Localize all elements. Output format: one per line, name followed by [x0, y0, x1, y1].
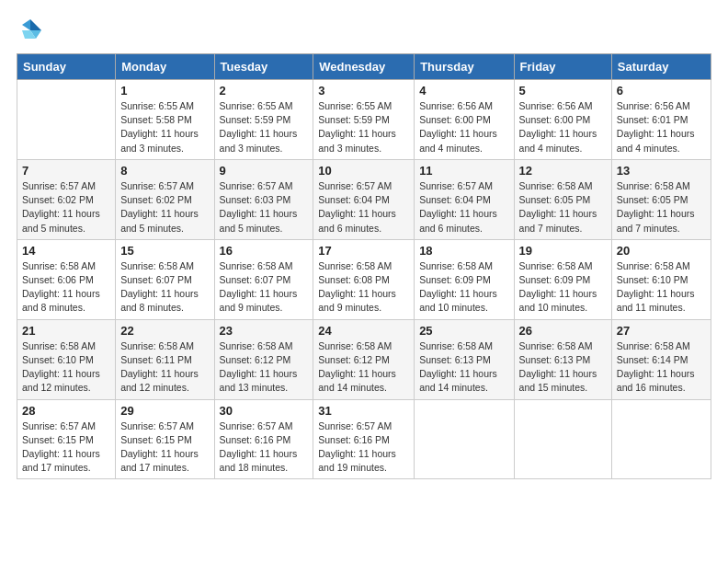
- weekday-wednesday: Wednesday: [313, 54, 415, 80]
- day-info: Sunrise: 6:58 AMSunset: 6:09 PMDaylight:…: [519, 259, 607, 316]
- week-row-0: 1Sunrise: 6:55 AMSunset: 5:58 PMDaylight…: [17, 80, 711, 160]
- day-info: Sunrise: 6:58 AMSunset: 6:12 PMDaylight:…: [220, 339, 309, 396]
- day-cell: [611, 399, 711, 479]
- day-info: Sunrise: 6:55 AMSunset: 5:59 PMDaylight:…: [318, 99, 409, 155]
- day-number: 11: [419, 164, 508, 178]
- weekday-monday: Monday: [116, 54, 214, 80]
- day-cell: 4Sunrise: 6:56 AMSunset: 6:00 PMDaylight…: [415, 80, 514, 160]
- day-number: 7: [22, 164, 110, 178]
- day-number: 31: [318, 404, 409, 418]
- day-cell: 5Sunrise: 6:56 AMSunset: 6:00 PMDaylight…: [514, 80, 611, 160]
- day-info: Sunrise: 6:58 AMSunset: 6:08 PMDaylight:…: [318, 259, 409, 316]
- day-cell: 16Sunrise: 6:58 AMSunset: 6:07 PMDayligh…: [214, 239, 313, 319]
- week-row-1: 7Sunrise: 6:57 AMSunset: 6:02 PMDaylight…: [17, 159, 711, 239]
- day-number: 2: [220, 84, 309, 98]
- day-number: 28: [22, 404, 110, 418]
- day-info: Sunrise: 6:58 AMSunset: 6:05 PMDaylight:…: [617, 179, 706, 236]
- day-number: 8: [120, 164, 209, 178]
- day-number: 10: [318, 164, 409, 178]
- day-info: Sunrise: 6:58 AMSunset: 6:13 PMDaylight:…: [519, 339, 607, 396]
- day-number: 26: [519, 324, 607, 338]
- day-number: 13: [617, 164, 706, 178]
- calendar-table: SundayMondayTuesdayWednesdayThursdayFrid…: [17, 53, 711, 479]
- day-info: Sunrise: 6:55 AMSunset: 5:58 PMDaylight:…: [120, 99, 209, 155]
- day-cell: 10Sunrise: 6:57 AMSunset: 6:04 PMDayligh…: [313, 159, 415, 239]
- day-number: 20: [617, 244, 706, 258]
- day-info: Sunrise: 6:56 AMSunset: 6:01 PMDaylight:…: [617, 99, 706, 155]
- day-number: 23: [220, 324, 309, 338]
- day-cell: 1Sunrise: 6:55 AMSunset: 5:58 PMDaylight…: [116, 80, 214, 160]
- day-info: Sunrise: 6:58 AMSunset: 6:14 PMDaylight:…: [617, 339, 706, 396]
- day-info: Sunrise: 6:57 AMSunset: 6:15 PMDaylight:…: [22, 419, 110, 476]
- day-number: 25: [419, 324, 508, 338]
- day-info: Sunrise: 6:58 AMSunset: 6:10 PMDaylight:…: [617, 259, 706, 316]
- day-number: 12: [519, 164, 607, 178]
- day-info: Sunrise: 6:58 AMSunset: 6:06 PMDaylight:…: [22, 259, 110, 316]
- week-row-3: 21Sunrise: 6:58 AMSunset: 6:10 PMDayligh…: [17, 319, 711, 399]
- weekday-tuesday: Tuesday: [214, 54, 313, 80]
- day-info: Sunrise: 6:58 AMSunset: 6:05 PMDaylight:…: [519, 179, 607, 236]
- logo: [17, 17, 46, 44]
- day-cell: 26Sunrise: 6:58 AMSunset: 6:13 PMDayligh…: [514, 319, 611, 399]
- day-number: 27: [617, 324, 706, 338]
- day-info: Sunrise: 6:57 AMSunset: 6:04 PMDaylight:…: [318, 179, 409, 236]
- day-info: Sunrise: 6:57 AMSunset: 6:16 PMDaylight:…: [220, 419, 309, 476]
- day-number: 1: [120, 84, 209, 98]
- svg-marker-1: [22, 19, 30, 30]
- page: SundayMondayTuesdayWednesdayThursdayFrid…: [0, 0, 728, 563]
- day-cell: 27Sunrise: 6:58 AMSunset: 6:14 PMDayligh…: [611, 319, 711, 399]
- day-info: Sunrise: 6:58 AMSunset: 6:13 PMDaylight:…: [419, 339, 508, 396]
- day-info: Sunrise: 6:57 AMSunset: 6:15 PMDaylight:…: [120, 419, 209, 476]
- day-info: Sunrise: 6:57 AMSunset: 6:02 PMDaylight:…: [22, 179, 110, 236]
- weekday-saturday: Saturday: [611, 54, 711, 80]
- week-row-2: 14Sunrise: 6:58 AMSunset: 6:06 PMDayligh…: [17, 239, 711, 319]
- weekday-header-row: SundayMondayTuesdayWednesdayThursdayFrid…: [17, 54, 711, 80]
- day-info: Sunrise: 6:58 AMSunset: 6:10 PMDaylight:…: [22, 339, 110, 396]
- day-info: Sunrise: 6:56 AMSunset: 6:00 PMDaylight:…: [519, 99, 607, 155]
- day-number: 6: [617, 84, 706, 98]
- svg-marker-0: [30, 19, 41, 30]
- day-cell: 6Sunrise: 6:56 AMSunset: 6:01 PMDaylight…: [611, 80, 711, 160]
- day-cell: 2Sunrise: 6:55 AMSunset: 5:59 PMDaylight…: [214, 80, 313, 160]
- day-number: 14: [22, 244, 110, 258]
- day-number: 19: [519, 244, 607, 258]
- day-number: 21: [22, 324, 110, 338]
- day-cell: 9Sunrise: 6:57 AMSunset: 6:03 PMDaylight…: [214, 159, 313, 239]
- day-cell: [514, 399, 611, 479]
- day-cell: 7Sunrise: 6:57 AMSunset: 6:02 PMDaylight…: [17, 159, 116, 239]
- day-cell: 24Sunrise: 6:58 AMSunset: 6:12 PMDayligh…: [313, 319, 415, 399]
- day-number: 24: [318, 324, 409, 338]
- day-cell: 25Sunrise: 6:58 AMSunset: 6:13 PMDayligh…: [415, 319, 514, 399]
- day-info: Sunrise: 6:56 AMSunset: 6:00 PMDaylight:…: [419, 99, 508, 155]
- day-cell: 20Sunrise: 6:58 AMSunset: 6:10 PMDayligh…: [611, 239, 711, 319]
- day-number: 16: [220, 244, 309, 258]
- day-cell: 14Sunrise: 6:58 AMSunset: 6:06 PMDayligh…: [17, 239, 116, 319]
- day-cell: 30Sunrise: 6:57 AMSunset: 6:16 PMDayligh…: [214, 399, 313, 479]
- day-cell: 18Sunrise: 6:58 AMSunset: 6:09 PMDayligh…: [415, 239, 514, 319]
- day-cell: 21Sunrise: 6:58 AMSunset: 6:10 PMDayligh…: [17, 319, 116, 399]
- day-number: 17: [318, 244, 409, 258]
- day-info: Sunrise: 6:57 AMSunset: 6:02 PMDaylight:…: [120, 179, 209, 236]
- day-info: Sunrise: 6:57 AMSunset: 6:04 PMDaylight:…: [419, 179, 508, 236]
- day-cell: 15Sunrise: 6:58 AMSunset: 6:07 PMDayligh…: [116, 239, 214, 319]
- day-number: 9: [220, 164, 309, 178]
- day-info: Sunrise: 6:57 AMSunset: 6:03 PMDaylight:…: [220, 179, 309, 236]
- day-cell: 3Sunrise: 6:55 AMSunset: 5:59 PMDaylight…: [313, 80, 415, 160]
- day-cell: 31Sunrise: 6:57 AMSunset: 6:16 PMDayligh…: [313, 399, 415, 479]
- day-cell: 23Sunrise: 6:58 AMSunset: 6:12 PMDayligh…: [214, 319, 313, 399]
- day-number: 5: [519, 84, 607, 98]
- day-number: 4: [419, 84, 508, 98]
- day-cell: 17Sunrise: 6:58 AMSunset: 6:08 PMDayligh…: [313, 239, 415, 319]
- weekday-friday: Friday: [514, 54, 611, 80]
- day-number: 15: [120, 244, 209, 258]
- day-info: Sunrise: 6:55 AMSunset: 5:59 PMDaylight:…: [220, 99, 309, 155]
- day-cell: 22Sunrise: 6:58 AMSunset: 6:11 PMDayligh…: [116, 319, 214, 399]
- day-cell: 29Sunrise: 6:57 AMSunset: 6:15 PMDayligh…: [116, 399, 214, 479]
- day-info: Sunrise: 6:58 AMSunset: 6:07 PMDaylight:…: [220, 259, 309, 316]
- day-number: 29: [120, 404, 209, 418]
- week-row-4: 28Sunrise: 6:57 AMSunset: 6:15 PMDayligh…: [17, 399, 711, 479]
- weekday-thursday: Thursday: [415, 54, 514, 80]
- day-cell: 28Sunrise: 6:57 AMSunset: 6:15 PMDayligh…: [17, 399, 116, 479]
- day-number: 30: [220, 404, 309, 418]
- day-info: Sunrise: 6:57 AMSunset: 6:16 PMDaylight:…: [318, 419, 409, 476]
